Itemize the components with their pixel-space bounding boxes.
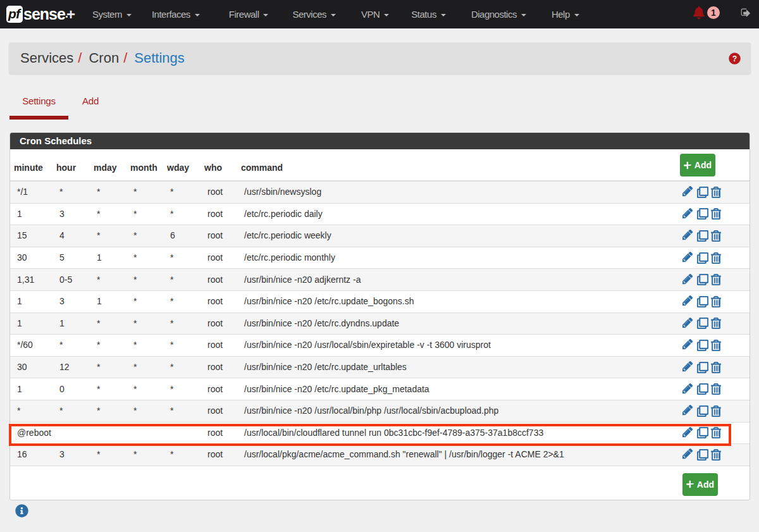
- svg-text:?: ?: [732, 54, 737, 63]
